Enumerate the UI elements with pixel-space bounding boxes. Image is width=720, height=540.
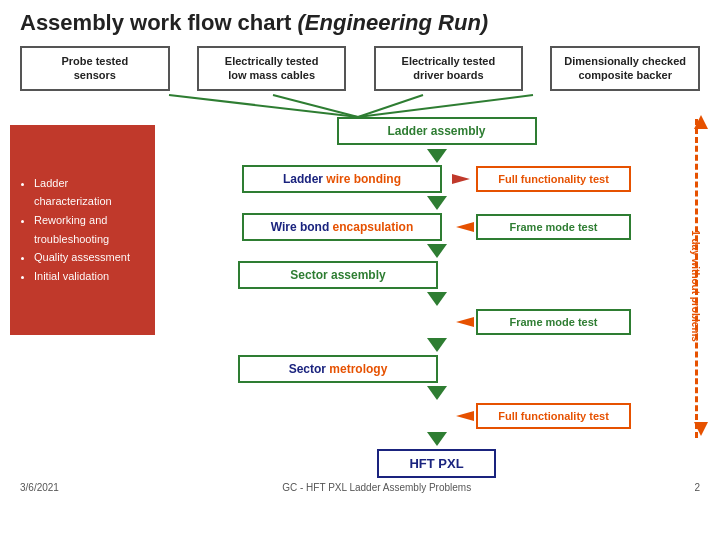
svg-line-0: [169, 95, 358, 117]
left-panel-list: Laddercharacterization Reworking andtrou…: [20, 174, 145, 286]
ladder-assembly-box: Ladder assembly: [337, 117, 537, 145]
ladder-wire-bonding-box: Ladder wire bonding: [242, 165, 442, 193]
list-item-quality: Quality assessment: [34, 248, 145, 267]
list-item-validation: Initial validation: [34, 267, 145, 286]
arrow-down-5: [427, 338, 447, 352]
arrow-down-7: [427, 432, 447, 446]
full-functionality-test-1-box: Full functionality test: [476, 166, 631, 192]
svg-marker-9: [694, 422, 708, 436]
footer-date: 3/6/2021: [20, 482, 59, 493]
arrow-down-3: [427, 244, 447, 258]
top-box-boards: Electrically tested driver boards: [374, 46, 524, 91]
top-box-probe: Probe tested sen­sors: [20, 46, 170, 91]
wire-bond-encapsulation-box: Wire bond encapsulation: [242, 213, 442, 241]
dashed-arrow-top: [694, 115, 708, 133]
svg-marker-6: [456, 317, 474, 327]
sector-assembly-box: Sector assembly: [238, 261, 438, 289]
footer-subtitle: GC - HFT PXL Ladder Assembly Problems: [282, 482, 471, 493]
arrow-down-6: [427, 386, 447, 400]
hft-pxl-box: HFT PXL: [377, 449, 495, 478]
svg-marker-4: [452, 174, 470, 184]
arrow-left-icon-3: [452, 409, 474, 423]
dashed-arrow-bottom: [694, 422, 708, 440]
page-title: Assembly work flow chart (Engineering Ru…: [0, 0, 720, 42]
list-item-reworking: Reworking andtroubleshooting: [34, 211, 145, 248]
svg-marker-8: [694, 115, 708, 129]
top-box-cables: Electrically tested low mass cables: [197, 46, 347, 91]
svg-marker-7: [456, 411, 474, 421]
one-day-label: 1 day without problems: [691, 230, 702, 342]
list-item-characterization: Laddercharacterization: [34, 174, 145, 211]
wire-bonding-label: wire bonding: [326, 172, 401, 186]
left-panel: Laddercharacterization Reworking andtrou…: [10, 125, 155, 335]
arrow-right-icon: [452, 172, 474, 186]
sector-metrology-box: Sector metrology: [238, 355, 438, 383]
svg-line-1: [273, 95, 358, 117]
arrow-left-icon-2: [452, 315, 474, 329]
footer: 3/6/2021 GC - HFT PXL Ladder Assembly Pr…: [0, 480, 720, 493]
arrow-down-4: [427, 292, 447, 306]
frame-mode-test-1-box: Frame mode test: [476, 214, 631, 240]
frame-mode-test-2-box: Frame mode test: [476, 309, 631, 335]
svg-marker-5: [456, 222, 474, 232]
arrow-left-icon-1: [452, 220, 474, 234]
arrow-down-1: [427, 149, 447, 163]
svg-line-3: [358, 95, 533, 117]
footer-page: 2: [694, 482, 700, 493]
arrow-down-2: [427, 196, 447, 210]
top-boxes-row: Probe tested sen­sors Electrically teste…: [0, 46, 720, 91]
full-functionality-test-2-box: Full functionality test: [476, 403, 631, 429]
top-box-backer: Dimensionally checked composite backer: [550, 46, 700, 91]
